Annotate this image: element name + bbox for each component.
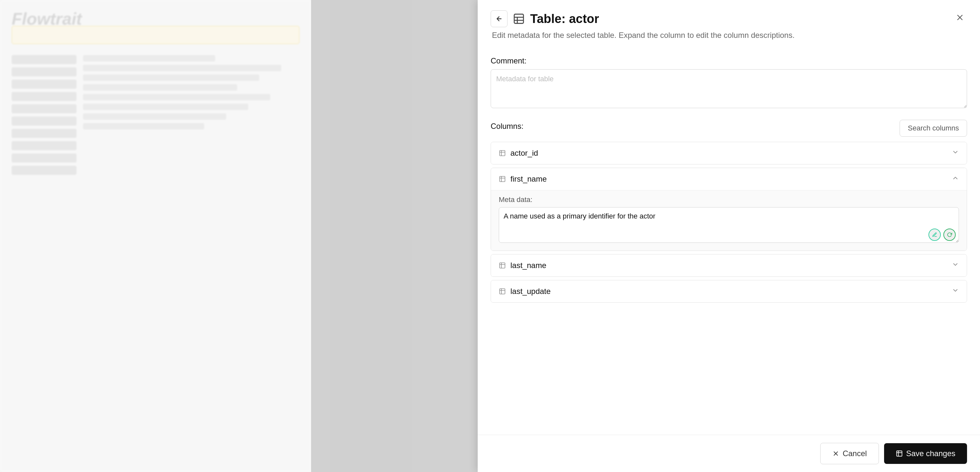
column-icon-first-name <box>499 176 506 182</box>
columns-header: Columns: Search columns <box>491 120 967 136</box>
column-header-left: actor_id <box>499 149 538 158</box>
column-name-last-name: last_name <box>511 261 546 270</box>
chevron-down-icon-last-name <box>952 261 959 270</box>
meta-icon-green-button[interactable] <box>943 228 956 241</box>
column-name-first-name: first_name <box>511 174 547 184</box>
save-changes-button[interactable]: Save changes <box>884 443 967 464</box>
close-button[interactable] <box>953 10 967 25</box>
cancel-label: Cancel <box>843 449 867 458</box>
chevron-down-icon-last-update <box>952 287 959 296</box>
meta-icons-first-name <box>929 228 956 241</box>
svg-rect-15 <box>500 288 505 294</box>
panel-title-row: Table: actor <box>491 10 795 27</box>
column-icon-last-update <box>499 288 506 295</box>
column-name-actor-id: actor_id <box>511 149 538 158</box>
comment-label: Comment: <box>491 56 967 65</box>
panel-footer: Cancel Save changes <box>478 435 980 472</box>
columns-label: Columns: <box>491 122 523 131</box>
svg-rect-12 <box>500 263 505 268</box>
chevron-down-icon-actor-id <box>952 149 959 157</box>
column-header-first-name[interactable]: first_name <box>491 168 967 190</box>
cancel-button[interactable]: Cancel <box>820 443 879 464</box>
meta-textarea-first-name[interactable]: A name used as a primary identifier for … <box>499 207 959 243</box>
column-icon-last-name <box>499 262 506 269</box>
chevron-up-icon-first-name <box>952 174 959 183</box>
background-content: Flowtrait <box>0 0 311 472</box>
column-item-last-update: last_update <box>491 280 967 303</box>
column-header-left-last-name: last_name <box>499 261 546 270</box>
back-button[interactable] <box>491 10 508 27</box>
meta-icon-teal-button[interactable] <box>929 228 941 241</box>
column-item-first-name: first_name Meta data: A name used as a p… <box>491 168 967 251</box>
column-icon-actor-id <box>499 150 506 157</box>
panel-subtitle: Edit metadata for the selected table. Ex… <box>491 30 795 41</box>
panel-title: Table: actor <box>530 12 599 26</box>
column-name-last-update: last_update <box>511 287 550 296</box>
column-header-last-name[interactable]: last_name <box>491 255 967 276</box>
column-header-left-last-update: last_update <box>499 287 550 296</box>
meta-label-first-name: Meta data: <box>499 196 959 204</box>
save-label: Save changes <box>906 449 955 458</box>
table-icon <box>513 13 525 25</box>
column-header-actor-id[interactable]: actor_id <box>491 142 967 164</box>
svg-rect-0 <box>514 14 524 24</box>
comment-textarea[interactable] <box>491 69 967 108</box>
search-columns-button[interactable]: Search columns <box>900 120 967 136</box>
table-metadata-panel: Table: actor Edit metadata for the selec… <box>478 0 980 472</box>
column-item-last-name: last_name <box>491 254 967 277</box>
bg-logo: Flowtrait <box>12 9 82 29</box>
svg-rect-9 <box>500 176 505 182</box>
meta-textarea-wrapper-first-name: A name used as a primary identifier for … <box>499 207 959 244</box>
panel-header-left: Table: actor Edit metadata for the selec… <box>491 10 795 41</box>
svg-rect-20 <box>897 451 902 456</box>
column-expanded-first-name: Meta data: A name used as a primary iden… <box>491 190 967 250</box>
column-item-actor-id: actor_id <box>491 142 967 165</box>
svg-rect-6 <box>500 150 505 156</box>
panel-header: Table: actor Edit metadata for the selec… <box>478 0 980 47</box>
column-header-left-first-name: first_name <box>499 174 547 184</box>
column-header-last-update[interactable]: last_update <box>491 280 967 303</box>
panel-body: Comment: Columns: Search columns acto <box>478 47 980 435</box>
